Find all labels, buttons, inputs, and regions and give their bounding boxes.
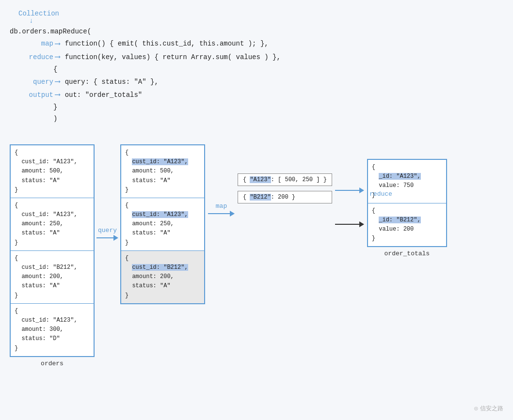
map-arrow: ⟶	[55, 38, 60, 51]
query-flow-label: query	[98, 227, 117, 234]
filtered-docs-container: { cust_id: "A123", amount: 500, status: …	[120, 144, 205, 304]
mapped-item-1: { "A123": [ 500, 250 ] }	[238, 173, 332, 186]
filtered-doc-3: { cust_id: "B212", amount: 200, status: …	[121, 251, 204, 303]
filtered-box: { cust_id: "A123", amount: 500, status: …	[120, 144, 205, 304]
reduce-arrows: reduce	[335, 173, 364, 241]
output-box: { _id: "A123", value: 750 } { _id: "B212…	[367, 159, 447, 248]
code-main-func: db.orders.mapReduce(	[10, 26, 503, 38]
reduce-label: reduce	[369, 190, 392, 198]
map-code: function() { emit( this.cust_id, this.am…	[65, 38, 269, 50]
dark-arrow-bottom	[335, 221, 364, 227]
reduce-keyword: reduce	[19, 52, 53, 63]
map-flow-label: map	[216, 202, 227, 210]
code-open-brace: {	[53, 65, 57, 73]
orders-label: orders	[41, 360, 64, 367]
filtered-doc-2: { cust_id: "A123", amount: 250, status: …	[121, 198, 204, 251]
query-arrow: ⟶	[55, 76, 60, 89]
mapped-highlight-1: "A123"	[250, 176, 271, 183]
code-close-brace: }	[53, 103, 57, 111]
code-close-paren: )	[53, 115, 57, 123]
output-keyword: output	[19, 90, 53, 101]
query-code: query: { status: "A" },	[65, 77, 159, 88]
doc-2: { cust_id: "A123", amount: 250, status: …	[11, 198, 94, 251]
watermark-text: 信安之路	[480, 405, 503, 412]
reduce-arrow-top	[335, 187, 364, 193]
doc-1: { cust_id: "A123", amount: 500, status: …	[11, 145, 94, 198]
output-highlight-2: _id: "B212",	[379, 217, 420, 223]
query-arrow-icon	[96, 235, 118, 241]
mapped-results: { "A123": [ 500, 250 ] } { "B212": 200 }	[238, 173, 332, 203]
mapped-highlight-2: "B212"	[250, 194, 271, 201]
output-doc-2: { _id: "B212", value: 200 }	[368, 203, 446, 247]
order-totals-label: order_totals	[385, 250, 430, 257]
highlight-1: cust_id: "A123",	[132, 158, 188, 165]
watermark: ⊙ 信安之路	[474, 404, 503, 413]
collection-label: Collection	[18, 10, 59, 17]
output-code: out: "order_totals"	[65, 90, 143, 101]
map-keyword: map	[19, 38, 53, 50]
highlight-3: cust_id: "B212",	[132, 264, 188, 271]
collection-arrow-down: ↓	[29, 17, 503, 24]
reduce-arrow: ⟶	[55, 51, 60, 64]
output-container: { _id: "A123", value: 750 } { _id: "B212…	[367, 159, 447, 258]
diagram-section: { cust_id: "A123", amount: 500, status: …	[10, 140, 503, 367]
map-arrow-icon	[208, 211, 235, 217]
code-section: Collection ↓ db.orders.mapReduce( map ⟶ …	[10, 5, 503, 135]
reduce-code: function(key, values) { return Array.sum…	[65, 52, 281, 63]
output-arrow: ⟶	[55, 89, 60, 102]
watermark-icon: ⊙	[474, 405, 479, 412]
mapped-item-2: { "B212": 200 }	[238, 191, 332, 203]
doc-4: { cust_id: "A123", amount: 300, status: …	[11, 304, 94, 356]
doc-3: { cust_id: "B212", amount: 200, status: …	[11, 251, 94, 304]
query-keyword: query	[19, 77, 53, 88]
highlight-2: cust_id: "A123",	[132, 211, 188, 218]
orders-collection-box: { cust_id: "A123", amount: 500, status: …	[10, 144, 95, 357]
mapreduce-code: db.orders.mapReduce( map ⟶ function() { …	[10, 26, 503, 125]
output-highlight-1: _id: "A123",	[379, 173, 420, 180]
filtered-doc-1: { cust_id: "A123", amount: 500, status: …	[121, 145, 204, 198]
